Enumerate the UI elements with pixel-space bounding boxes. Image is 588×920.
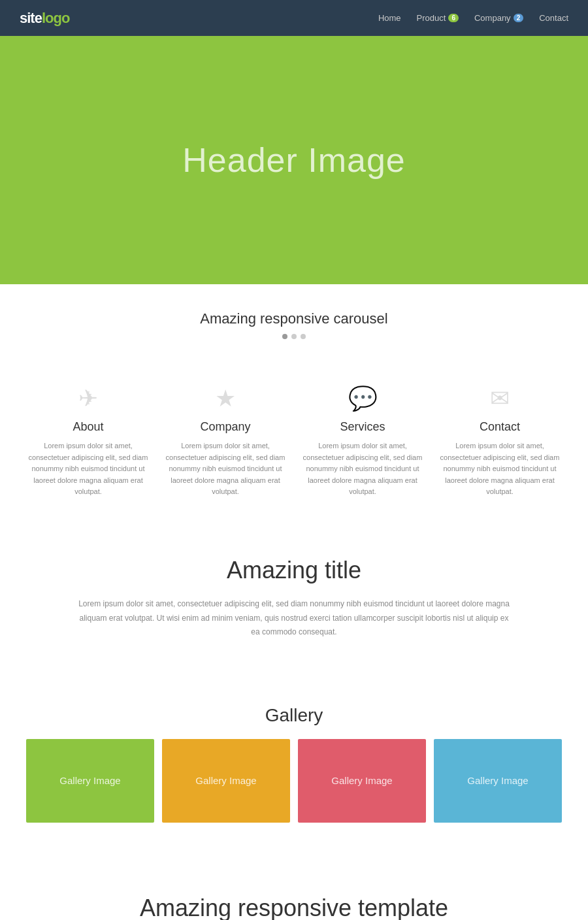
nav-product[interactable]: Product 6 xyxy=(417,13,459,23)
gallery-grid: Gallery Image Gallery Image Gallery Imag… xyxy=(26,739,562,823)
nav-home[interactable]: Home xyxy=(378,13,401,23)
feature-company-title: Company xyxy=(163,420,287,434)
carousel-section: Amazing responsive carousel xyxy=(0,284,588,378)
features-grid: ✈ About Lorem ipsum dolor sit amet, cons… xyxy=(0,378,588,524)
feature-contact: ✉ Contact Lorem ipsum dolor sit amet, co… xyxy=(438,385,562,498)
hero-section: Header Image xyxy=(0,36,588,284)
amazing-title: Amazing title xyxy=(78,557,510,584)
feature-about-text: Lorem ipsum dolor sit amet, consectetuer… xyxy=(26,440,150,498)
contact-icon: ✉ xyxy=(438,385,562,412)
navbar: sitelogo Home Product 6 Company 2 Contac… xyxy=(0,0,588,36)
gallery-item-2-label: Gallery Image xyxy=(195,775,256,786)
template-section: Amazing responsive template Lorem ipsum … xyxy=(0,862,588,920)
company-icon: ★ xyxy=(163,385,287,412)
nav-links: Home Product 6 Company 2 Contact xyxy=(378,13,568,23)
feature-company: ★ Company Lorem ipsum dolor sit amet, co… xyxy=(163,385,287,498)
hero-title: Header Image xyxy=(182,140,406,180)
feature-about-title: About xyxy=(26,420,150,434)
carousel-dot-1[interactable] xyxy=(282,334,287,339)
gallery-title: Gallery xyxy=(26,705,562,726)
feature-about: ✈ About Lorem ipsum dolor sit amet, cons… xyxy=(26,385,150,498)
carousel-dot-3[interactable] xyxy=(301,334,306,339)
company-badge: 2 xyxy=(514,14,524,22)
about-icon: ✈ xyxy=(26,385,150,412)
carousel-title: Amazing responsive carousel xyxy=(39,310,549,327)
logo-site-text: site xyxy=(20,10,42,27)
services-icon: 💬 xyxy=(301,385,425,412)
gallery-item-3[interactable]: Gallery Image xyxy=(298,739,426,823)
amazing-section: Amazing title Lorem ipsum dolor sit amet… xyxy=(0,524,588,679)
amazing-text: Lorem ipsum dolor sit amet, consectetuer… xyxy=(78,597,510,640)
feature-contact-text: Lorem ipsum dolor sit amet, consectetuer… xyxy=(438,440,562,498)
feature-services-title: Services xyxy=(301,420,425,434)
logo: sitelogo xyxy=(20,10,69,27)
template-title: Amazing responsive template xyxy=(78,895,510,920)
feature-contact-title: Contact xyxy=(438,420,562,434)
nav-contact[interactable]: Contact xyxy=(539,13,568,23)
gallery-item-1-label: Gallery Image xyxy=(59,775,120,786)
logo-logo-text: logo xyxy=(42,10,69,27)
feature-company-text: Lorem ipsum dolor sit amet, consectetuer… xyxy=(163,440,287,498)
carousel-dots xyxy=(39,334,549,339)
page-wrapper: sitelogo Home Product 6 Company 2 Contac… xyxy=(0,0,588,920)
gallery-item-4[interactable]: Gallery Image xyxy=(434,739,562,823)
gallery-item-2[interactable]: Gallery Image xyxy=(162,739,290,823)
carousel-dot-2[interactable] xyxy=(291,334,297,339)
feature-services-text: Lorem ipsum dolor sit amet, consectetuer… xyxy=(301,440,425,498)
gallery-item-4-label: Gallery Image xyxy=(467,775,528,786)
gallery-item-3-label: Gallery Image xyxy=(331,775,392,786)
product-badge: 6 xyxy=(448,14,459,22)
gallery-item-1[interactable]: Gallery Image xyxy=(26,739,154,823)
nav-company[interactable]: Company 2 xyxy=(474,13,523,23)
gallery-section: Gallery Gallery Image Gallery Image Gall… xyxy=(0,679,588,862)
feature-services: 💬 Services Lorem ipsum dolor sit amet, c… xyxy=(301,385,425,498)
